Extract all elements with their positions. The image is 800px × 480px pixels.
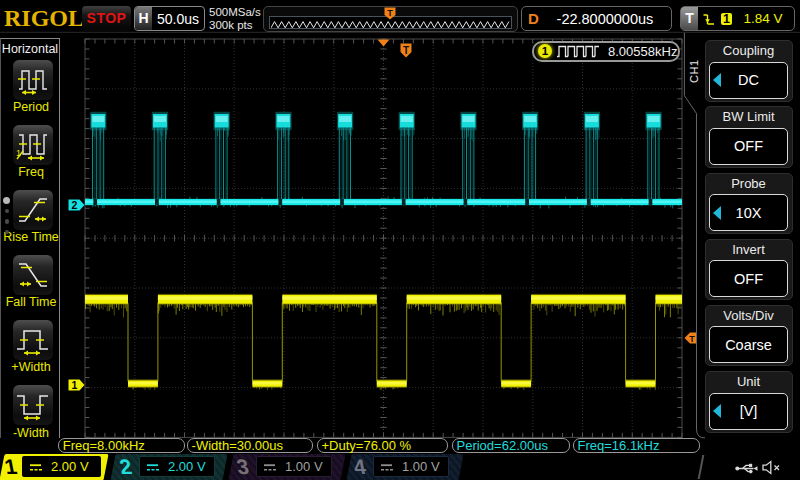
svg-text:T: T bbox=[387, 8, 393, 18]
svg-text:T: T bbox=[403, 45, 409, 56]
svg-text:1: 1 bbox=[72, 379, 78, 391]
svg-text:T: T bbox=[689, 334, 695, 344]
svg-text:2: 2 bbox=[72, 199, 78, 211]
